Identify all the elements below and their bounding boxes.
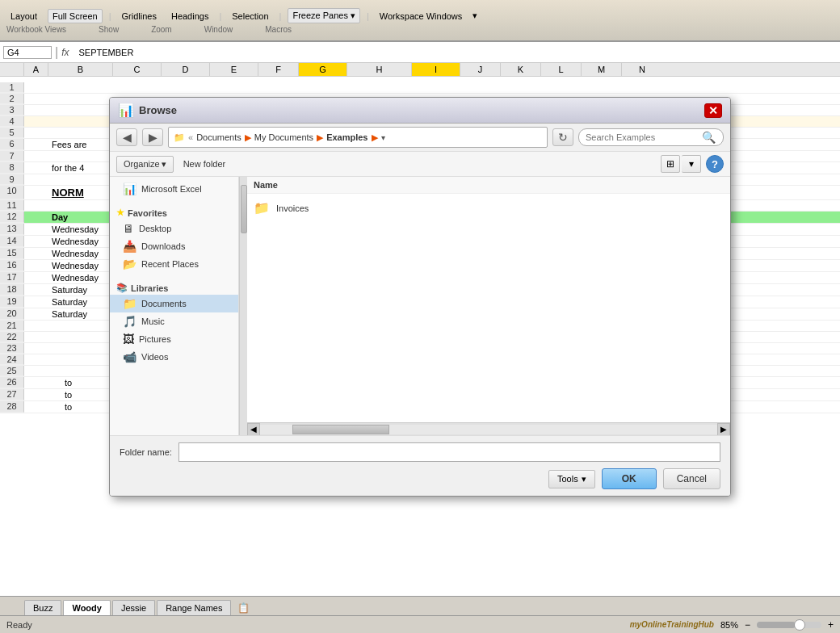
recent-places-icon: 📂	[123, 258, 136, 270]
view-list-btn[interactable]: ⊞	[661, 155, 680, 173]
refresh-icon: ↻	[558, 131, 568, 144]
videos-icon: 📹	[123, 350, 136, 363]
dialog-body: 📊 Microsoft Excel ★ Favorites 🖥 Desktop	[110, 177, 730, 435]
view-list-icon: ⊞	[666, 158, 674, 170]
help-button[interactable]: ?	[706, 155, 724, 173]
file-list: 📁 Invoices	[247, 194, 730, 422]
tools-button[interactable]: Tools ▾	[548, 470, 595, 488]
dialog-action-row: Tools ▾ OK Cancel	[120, 468, 720, 489]
search-input[interactable]	[586, 132, 699, 142]
tools-dropdown-icon: ▾	[582, 474, 586, 484]
back-button[interactable]: ◀	[116, 128, 137, 146]
dialog-title-text: Browse	[139, 104, 177, 116]
dialog-footer: Folder name: Tools ▾ OK Cancel	[110, 435, 730, 496]
toolbar-right: ⊞ ▾ ?	[661, 155, 724, 173]
file-item-name-invoices: Invoices	[276, 203, 309, 213]
nav-sep-1	[110, 198, 238, 204]
nav-item-desktop[interactable]: 🖥 Desktop	[110, 220, 238, 237]
back-icon: ◀	[123, 131, 132, 144]
tools-label: Tools	[557, 474, 578, 484]
breadcrumb-my-documents[interactable]: My Documents	[254, 132, 313, 142]
view-dropdown-icon: ▾	[689, 158, 694, 170]
pictures-icon: 🖼	[123, 333, 134, 346]
nav-item-documents[interactable]: 📁 Documents	[110, 295, 238, 312]
folder-icon-small: 📁	[174, 132, 185, 143]
browse-dialog: 📊 Browse ✕ ◀ ▶ 📁 « Documents ▶ My Docume…	[109, 97, 731, 497]
toolbar-left: Organize ▾ New folder	[116, 156, 225, 173]
breadcrumb-arrow-1: ▶	[245, 132, 251, 143]
excel-nav-icon: 📊	[123, 182, 136, 195]
nav-sep-2	[110, 273, 238, 279]
h-scroll-thumb[interactable]	[292, 425, 389, 434]
search-icon[interactable]: 🔍	[702, 131, 716, 144]
forward-icon: ▶	[149, 131, 158, 144]
libraries-icon: 📚	[116, 283, 128, 293]
file-item-invoices[interactable]: 📁 Invoices	[247, 197, 730, 219]
file-list-header: Name	[247, 177, 730, 194]
organize-label: Organize	[124, 159, 160, 169]
dialog-title-bar: 📊 Browse ✕	[110, 98, 730, 124]
nav-item-music[interactable]: 🎵 Music	[110, 312, 238, 330]
breadcrumb-bar[interactable]: 📁 « Documents ▶ My Documents ▶ Examples …	[168, 127, 548, 148]
close-button[interactable]: ✕	[704, 103, 722, 118]
h-scroll-left-arrow[interactable]: ◀	[247, 423, 260, 436]
breadcrumb-examples[interactable]: Examples	[326, 132, 368, 142]
organize-button[interactable]: Organize ▾	[116, 156, 174, 173]
dialog-toolbar: Organize ▾ New folder ⊞ ▾ ?	[110, 152, 730, 177]
dialog-nav-bar: ◀ ▶ 📁 « Documents ▶ My Documents ▶ Examp…	[110, 124, 730, 152]
nav-panel-container: 📊 Microsoft Excel ★ Favorites 🖥 Desktop	[110, 177, 247, 435]
nav-scrollbar-thumb[interactable]	[241, 185, 247, 233]
breadcrumb-arrow-3: ▶	[372, 132, 378, 143]
folder-name-label: Folder name:	[120, 447, 172, 457]
ok-button[interactable]: OK	[602, 468, 657, 489]
excel-icon: 📊	[118, 103, 134, 118]
view-buttons: ⊞ ▾	[661, 155, 701, 173]
file-panel: Name 📁 Invoices ◀ ▶	[247, 177, 730, 435]
breadcrumb-dropdown-btn[interactable]: ▾	[381, 133, 385, 142]
desktop-label: Desktop	[139, 224, 171, 233]
folder-name-input[interactable]	[178, 442, 720, 462]
favorites-star-icon: ★	[116, 208, 124, 218]
breadcrumb-arrow-2: ▶	[317, 132, 323, 143]
music-icon: 🎵	[123, 315, 136, 328]
nav-item-recent-places[interactable]: 📂 Recent Places	[110, 255, 238, 273]
nav-item-videos[interactable]: 📹 Videos	[110, 348, 238, 366]
downloads-icon: 📥	[123, 240, 136, 253]
nav-panel: 📊 Microsoft Excel ★ Favorites 🖥 Desktop	[110, 177, 239, 435]
organize-dropdown-icon: ▾	[162, 159, 166, 170]
nav-item-excel-label: Microsoft Excel	[141, 184, 202, 194]
downloads-label: Downloads	[141, 241, 185, 251]
videos-label: Videos	[141, 352, 168, 362]
folder-icon: 📁	[254, 200, 270, 216]
favorites-label: Favorites	[128, 208, 167, 218]
nav-item-downloads[interactable]: 📥 Downloads	[110, 237, 238, 255]
dialog-title: 📊 Browse	[118, 103, 177, 118]
refresh-button[interactable]: ↻	[552, 128, 573, 146]
nav-item-microsoft-excel[interactable]: 📊 Microsoft Excel	[110, 180, 238, 198]
libraries-header: 📚 Libraries	[110, 279, 238, 295]
favorites-header: ★ Favorites	[110, 204, 238, 220]
libraries-label: Libraries	[131, 283, 168, 293]
new-folder-button[interactable]: New folder	[183, 159, 226, 169]
search-box[interactable]: 🔍	[578, 128, 724, 146]
folder-name-row: Folder name:	[120, 442, 720, 462]
h-scroll-right-arrow[interactable]: ▶	[717, 423, 730, 436]
nav-item-pictures[interactable]: 🖼 Pictures	[110, 330, 238, 348]
desktop-icon: 🖥	[123, 222, 134, 235]
pictures-label: Pictures	[139, 334, 171, 344]
breadcrumb-sep-start: «	[188, 132, 193, 142]
view-dropdown-btn[interactable]: ▾	[682, 155, 701, 173]
nav-scrollbar[interactable]	[239, 177, 247, 435]
documents-label: Documents	[141, 299, 187, 308]
documents-icon: 📁	[123, 297, 136, 310]
breadcrumb-documents[interactable]: Documents	[196, 132, 242, 142]
cancel-button[interactable]: Cancel	[663, 468, 720, 489]
h-scroll-track[interactable]	[260, 425, 717, 434]
music-label: Music	[141, 316, 165, 326]
recent-places-label: Recent Places	[141, 259, 199, 269]
forward-button[interactable]: ▶	[142, 128, 163, 146]
horizontal-scrollbar[interactable]: ◀ ▶	[247, 422, 730, 435]
dialog-overlay: 📊 Browse ✕ ◀ ▶ 📁 « Documents ▶ My Docume…	[0, 0, 840, 633]
